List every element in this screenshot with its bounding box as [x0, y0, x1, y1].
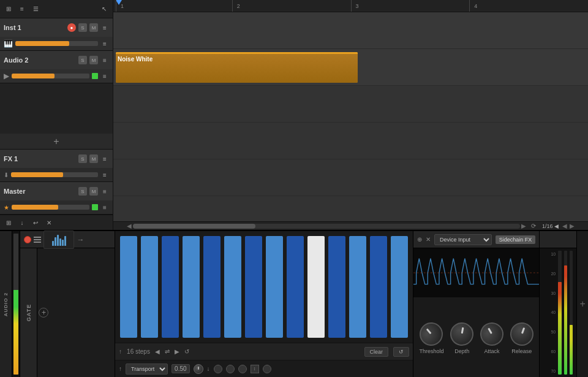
- grid-bottom-icon[interactable]: ⊞: [4, 218, 13, 227]
- fx-vol-bar-1[interactable]: [11, 172, 98, 177]
- step-11[interactable]: [328, 236, 345, 338]
- steps-back-arrow[interactable]: ◀: [155, 348, 160, 355]
- vu-scale: 10 20 30 40 50 60 70: [543, 251, 556, 375]
- attack-knob[interactable]: [476, 318, 508, 350]
- midi-icon[interactable]: ↕: [251, 365, 259, 373]
- steps-fwd-arrow[interactable]: ▶: [175, 348, 179, 355]
- audio-clip-noise-white[interactable]: Noise White: [116, 52, 358, 83]
- release-knob[interactable]: [507, 319, 537, 349]
- device-input-close[interactable]: ✕: [426, 236, 431, 243]
- add-track-button[interactable]: +: [0, 134, 113, 149]
- fx-controls-1: ⬇ ≡: [0, 168, 113, 181]
- empty-lane-1: [113, 86, 588, 123]
- menu-icon[interactable]: ≡: [17, 4, 27, 14]
- steps-loop-icon[interactable]: ↺: [184, 348, 189, 355]
- solo-button-audio2[interactable]: S: [78, 56, 87, 64]
- cursor-icon[interactable]: ↖: [99, 4, 109, 14]
- menu-button-inst1[interactable]: ≡: [100, 23, 109, 32]
- record-button-inst1[interactable]: ●: [67, 23, 76, 32]
- gate-view-icon[interactable]: [34, 237, 41, 243]
- threshold-knob[interactable]: [415, 318, 448, 351]
- solo-button-inst1[interactable]: S: [78, 23, 87, 32]
- step-13[interactable]: [370, 236, 387, 338]
- step-8[interactable]: [266, 236, 283, 338]
- master-vol-bar[interactable]: [12, 205, 89, 210]
- master-header: Master S M ≡: [0, 182, 113, 200]
- step-6[interactable]: [224, 236, 241, 338]
- scrollbar-thumb[interactable]: [133, 224, 255, 229]
- grid-icon[interactable]: ⊞: [4, 4, 13, 14]
- eq-bar-6: [64, 236, 66, 246]
- volume-bar-audio2[interactable]: [12, 74, 89, 78]
- master-level: [92, 204, 98, 210]
- vel-icon[interactable]: [238, 365, 247, 373]
- scrollbar-track[interactable]: [133, 224, 520, 229]
- master-settings[interactable]: ≡: [100, 203, 109, 211]
- undo-icon[interactable]: ↩: [31, 218, 40, 227]
- settings-audio2[interactable]: ≡: [100, 72, 109, 80]
- step-5[interactable]: [203, 236, 221, 338]
- fx-settings-1[interactable]: ≡: [100, 170, 109, 179]
- gate-arrow-right[interactable]: →: [77, 235, 84, 244]
- eq-bar-5: [62, 240, 64, 246]
- master-menu[interactable]: ≡: [100, 187, 109, 196]
- device-input-icon[interactable]: ⊕: [417, 236, 422, 243]
- step-2[interactable]: [141, 236, 158, 338]
- steps-up-icon[interactable]: ↑: [119, 348, 122, 355]
- transport-knob[interactable]: [194, 364, 203, 374]
- volume-bar-inst1[interactable]: [15, 41, 98, 46]
- step-1[interactable]: [120, 236, 137, 338]
- vu-mark-70: 70: [543, 369, 556, 373]
- sidechain-label[interactable]: Sidechain FX: [496, 235, 536, 244]
- transport-up-arrow[interactable]: ↑: [119, 365, 122, 372]
- list-bottom-icon[interactable]: ↓: [17, 218, 27, 227]
- step-9[interactable]: [287, 236, 304, 338]
- steps-refresh-button[interactable]: ↺: [393, 347, 409, 357]
- param-icon[interactable]: [263, 365, 271, 373]
- mute-button-inst1[interactable]: M: [89, 23, 98, 32]
- close-icon[interactable]: ✕: [44, 218, 54, 227]
- fx-menu-1[interactable]: ≡: [100, 154, 109, 163]
- step-4[interactable]: [183, 236, 200, 338]
- settings-inst1[interactable]: ≡: [100, 39, 109, 48]
- threshold-knob-label: Threshold: [419, 348, 443, 354]
- steps-exchange-icon[interactable]: ⇌: [165, 348, 170, 355]
- nav-prev[interactable]: ◀: [561, 223, 568, 229]
- list-icon[interactable]: ☰: [31, 4, 40, 14]
- scroll-right-arrow[interactable]: ▶: [520, 223, 527, 229]
- step-12[interactable]: [349, 236, 366, 338]
- vu-bars-container: 10 20 30 40 50 60 70: [540, 248, 576, 377]
- steps-area: ↑ 16 steps ◀ ⇌ ▶ ↺ Clear ↺ ↑ Transport 0…: [115, 231, 413, 377]
- vu-mark-10: 10: [543, 252, 556, 256]
- steps-clear-button[interactable]: Clear: [364, 347, 389, 357]
- mod-wheel-icon[interactable]: [214, 365, 222, 373]
- transport-down-arrow[interactable]: ↓: [207, 365, 210, 372]
- step-14[interactable]: [391, 236, 408, 338]
- metronome-icon[interactable]: ⟳: [527, 223, 540, 229]
- gate-plugin-panel: ⊕ ✕ Device Input Sidechain FX Threshold: [413, 231, 539, 377]
- master-solo[interactable]: S: [78, 187, 87, 196]
- menu-button-audio2[interactable]: ≡: [100, 56, 109, 64]
- top-section: ⊞ ≡ ☰ ↖ Inst 1 ● S M ≡ 🎹: [0, 0, 588, 230]
- master-controls: ★ ≡: [0, 200, 113, 214]
- gate-power-button[interactable]: [24, 236, 31, 243]
- fx-mute-1[interactable]: M: [89, 154, 98, 163]
- gate-add-button[interactable]: +: [39, 308, 48, 318]
- nav-next[interactable]: ▶: [568, 223, 576, 229]
- pitch-icon[interactable]: [226, 365, 235, 373]
- add-right-button[interactable]: +: [576, 231, 588, 377]
- step-10[interactable]: [307, 236, 325, 338]
- tracks-list: Inst 1 ● S M ≡ 🎹 ≡ Audio 2: [0, 18, 113, 134]
- scroll-left-arrow[interactable]: ◀: [126, 223, 133, 229]
- device-input-select[interactable]: Device Input: [434, 234, 492, 245]
- release-knob-label: Release: [511, 348, 532, 354]
- volume-fill-audio2: [12, 74, 55, 78]
- transport-select[interactable]: Transport: [126, 364, 168, 375]
- level-meter-fill-left: [13, 290, 18, 375]
- step-7[interactable]: [245, 236, 262, 338]
- mute-button-audio2[interactable]: M: [89, 56, 98, 64]
- master-mute[interactable]: M: [89, 187, 98, 196]
- fx-solo-1[interactable]: S: [78, 154, 87, 163]
- depth-knob[interactable]: [448, 321, 475, 348]
- step-3[interactable]: [162, 236, 179, 338]
